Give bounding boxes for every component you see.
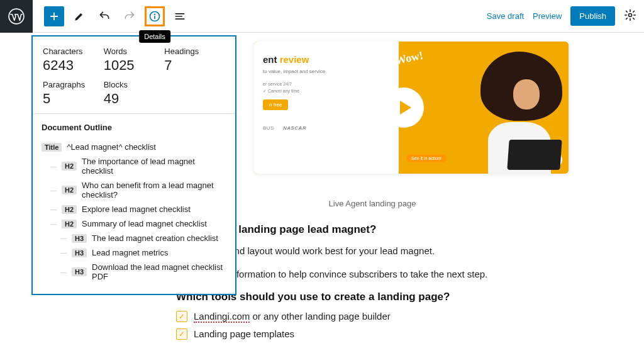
outline-marker: — [50, 206, 57, 213]
heading-badge: Title [42, 143, 62, 152]
svg-point-3 [155, 14, 155, 14]
settings-button[interactable] [624, 9, 636, 24]
stats-grid: Characters 6243 Words 1025 Headings 7 Pa… [33, 36, 235, 114]
list-item[interactable]: ✓ Landingi.com or any other landing page… [176, 311, 569, 322]
outline-item-label: Lead magnet metrics [92, 248, 168, 257]
outline-marker: — [50, 163, 57, 170]
outline-marker: — [60, 269, 67, 276]
hero-try-button: n free [263, 99, 288, 110]
hero-logos: BUS NASCAR [263, 125, 390, 131]
undo-icon [98, 10, 111, 23]
redo-icon [123, 10, 136, 23]
hero-line1: er service 24/7 [263, 81, 390, 87]
details-popover: Characters 6243 Words 1025 Headings 7 Pa… [31, 35, 236, 295]
person-illustration [462, 48, 569, 174]
heading-badge: H3 [72, 267, 87, 276]
stat-paragraphs: Paragraphs 5 [43, 80, 104, 107]
outline-item[interactable]: —H3The lead magnet creation checklist [42, 231, 226, 245]
outline-item-label: ^Lead magnet^ checklist [67, 142, 156, 152]
add-block-button[interactable] [44, 6, 64, 26]
wordpress-icon [8, 8, 25, 25]
wordpress-logo[interactable] [0, 0, 33, 33]
outline-item[interactable]: —H2Who can benefit from a lead magnet ch… [42, 178, 226, 202]
editor-toolbar: Details Save draft Preview Publish [0, 0, 644, 33]
preview-button[interactable]: Preview [533, 11, 562, 21]
outline-item-label: Download the lead magnet checklist PDF [92, 262, 226, 281]
hero-image: ent review to value, impact and service … [254, 42, 569, 174]
heading-badge: H3 [72, 234, 87, 243]
outline-item-label: Who can benefit from a lead magnet check… [82, 181, 226, 199]
undo-button[interactable] [94, 6, 114, 26]
stat-characters: Characters 6243 [43, 47, 104, 74]
hero-right-panel: Wow! See it in action! 💬 [399, 42, 569, 174]
outline-item[interactable]: —H3Download the lead magnet checklist PD… [42, 260, 226, 284]
outline-marker: — [50, 187, 57, 194]
list-item[interactable]: ✓ Landing page templates [176, 328, 569, 340]
play-icon [384, 87, 424, 128]
stat-headings: Headings 7 [164, 47, 225, 74]
outline-item-label: The lead magnet creation checklist [92, 233, 218, 243]
edit-mode-button[interactable] [69, 6, 89, 26]
hero-line2: ✓ Cancel any time [263, 87, 390, 94]
list-view-button[interactable] [170, 6, 190, 26]
stat-words: Words 1025 [104, 47, 165, 74]
redo-button[interactable] [119, 6, 140, 26]
check-icon: ✓ [176, 311, 187, 322]
heading-badge: H3 [72, 249, 87, 257]
check-icon: ✓ [176, 328, 187, 340]
see-action-pill: See it in action! [406, 154, 447, 162]
outline-item-label: Summary of lead magnet checklist [82, 219, 207, 228]
svg-point-0 [9, 9, 24, 24]
outline-marker: — [60, 249, 67, 256]
save-draft-button[interactable]: Save draft [487, 11, 524, 21]
hero-left-panel: ent review to value, impact and service … [254, 42, 399, 174]
publish-button[interactable]: Publish [570, 6, 615, 26]
info-icon [148, 10, 161, 23]
outline-item[interactable]: —H3Lead magnet metrics [42, 245, 226, 260]
outline-item[interactable]: Title^Lead magnet^ checklist [42, 140, 226, 154]
gear-icon [624, 9, 636, 21]
details-tooltip: Details [139, 30, 170, 43]
wow-text: Wow! [394, 49, 424, 68]
outline-item[interactable]: —H2Explore lead magnet checklist [42, 202, 226, 216]
outline-item-label: Explore lead magnet checklist [82, 205, 191, 214]
outline-marker: — [50, 220, 57, 227]
document-outline: Document Outline Title^Lead magnet^ chec… [33, 114, 235, 294]
svg-point-4 [629, 13, 632, 16]
tools-list: ✓ Landingi.com or any other landing page… [176, 311, 569, 340]
details-button[interactable] [145, 6, 165, 26]
heading-badge: H2 [62, 162, 77, 171]
outline-item[interactable]: —H2The importance of lead magnet checkli… [42, 154, 226, 178]
hero-title: ent review [263, 54, 390, 65]
outline-marker: — [60, 235, 67, 242]
heading-badge: H2 [62, 220, 77, 228]
outline-list: Title^Lead magnet^ checklist—H2The impor… [42, 140, 226, 284]
heading-badge: H2 [62, 205, 77, 214]
hero-subtitle: to value, impact and service [263, 69, 390, 74]
pencil-icon [73, 10, 86, 23]
details-button-wrap: Details [145, 6, 165, 26]
stat-blocks: Blocks 49 [104, 80, 165, 107]
toolbar-right: Save draft Preview Publish [487, 6, 636, 26]
plus-icon [48, 11, 60, 22]
outline-heading: Document Outline [42, 123, 226, 132]
list-icon [174, 10, 186, 23]
heading-badge: H2 [62, 186, 77, 194]
outline-item-label: The importance of lead magnet checklist [82, 157, 226, 176]
outline-item[interactable]: —H2Summary of lead magnet checklist [42, 216, 226, 231]
